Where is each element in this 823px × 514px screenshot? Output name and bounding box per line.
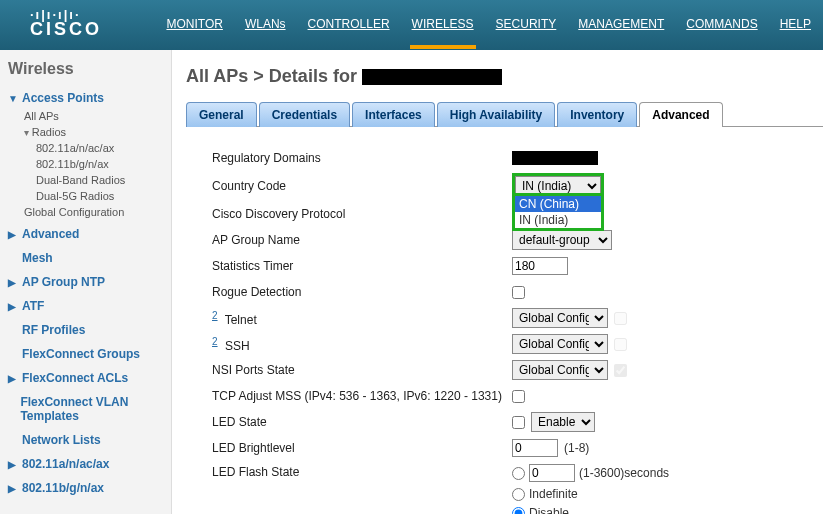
country-code-dropdown: CN (China) IN (India) <box>512 193 604 231</box>
sidebar-radio-dualband[interactable]: Dual-Band Radios <box>36 172 163 188</box>
sidebar-flexconnect-groups[interactable]: FlexConnect Groups <box>8 344 163 364</box>
caret-right-icon <box>8 277 18 288</box>
label-led-brightlevel: LED Brightlevel <box>212 441 512 455</box>
sidebar-title: Wireless <box>8 60 163 78</box>
sidebar-network-lists[interactable]: Network Lists <box>8 430 163 450</box>
label-stats-timer: Statistics Timer <box>212 259 512 273</box>
led-flash-disable-radio[interactable] <box>512 507 525 515</box>
caret-right-icon <box>8 483 18 494</box>
tab-bar: General Credentials Interfaces High Avai… <box>186 101 823 127</box>
sidebar: Wireless Access Points All APs Radios 80… <box>0 50 172 514</box>
led-flash-indefinite-radio[interactable] <box>512 488 525 501</box>
caret-right-icon <box>8 301 18 312</box>
country-option-in[interactable]: IN (India) <box>515 212 601 228</box>
label-ap-group: AP Group Name <box>212 233 512 247</box>
led-flash-indefinite-label: Indefinite <box>529 487 578 501</box>
nav-wlans[interactable]: WLANs <box>245 17 286 33</box>
led-bright-input[interactable] <box>512 439 558 457</box>
cisco-logo: ·ı|ı·ı|ı· CISCO <box>30 11 102 40</box>
sidebar-rf-profiles[interactable]: RF Profiles <box>8 320 163 340</box>
ssh-checkbox <box>614 338 627 351</box>
label-cdp: Cisco Discovery Protocol <box>212 207 512 221</box>
tab-credentials[interactable]: Credentials <box>259 102 350 127</box>
sidebar-radios[interactable]: Radios <box>24 124 163 140</box>
top-bar: ·ı|ı·ı|ı· CISCO MONITOR WLANs CONTROLLER… <box>0 0 823 50</box>
caret-down-icon <box>8 93 18 104</box>
led-flash-seconds-hint: (1-3600)seconds <box>579 466 669 480</box>
led-bright-hint: (1-8) <box>564 441 589 455</box>
ap-group-select[interactable]: default-group <box>512 230 612 250</box>
sidebar-ap-group-ntp[interactable]: AP Group NTP <box>8 272 163 292</box>
led-flash-seconds-radio[interactable] <box>512 467 525 480</box>
label-ssh: 2 SSH <box>212 336 512 353</box>
sidebar-flexconnect-vlan[interactable]: FlexConnect VLAN Templates <box>8 392 163 426</box>
tab-general[interactable]: General <box>186 102 257 127</box>
logo-text: CISCO <box>30 19 102 40</box>
led-state-select[interactable]: Enable <box>531 412 595 432</box>
stats-timer-input[interactable] <box>512 257 568 275</box>
redacted-regulatory-domain <box>512 151 598 165</box>
nav-monitor[interactable]: MONITOR <box>166 17 222 33</box>
nav-security[interactable]: SECURITY <box>496 17 557 33</box>
sidebar-radio-dual5g[interactable]: Dual-5G Radios <box>36 188 163 204</box>
label-nsi-ports: NSI Ports State <box>212 363 512 377</box>
redacted-ap-name <box>362 69 502 85</box>
country-option-cn[interactable]: CN (China) <box>515 196 601 212</box>
label-led-state: LED State <box>212 415 512 429</box>
nsi-checkbox <box>614 364 627 377</box>
led-state-checkbox[interactable] <box>512 416 525 429</box>
sidebar-80211a[interactable]: 802.11a/n/ac/ax <box>8 454 163 474</box>
sidebar-radio-80211b[interactable]: 802.11b/g/n/ax <box>36 156 163 172</box>
advanced-form: Regulatory Domains Country Code IN (Indi… <box>182 127 823 514</box>
tab-high-availability[interactable]: High Availability <box>437 102 555 127</box>
caret-right-icon <box>8 459 18 470</box>
tcp-mss-checkbox[interactable] <box>512 390 525 403</box>
caret-right-icon <box>8 229 18 240</box>
nav-wireless[interactable]: WIRELESS <box>412 17 474 33</box>
main-panel: All APs > Details for General Credential… <box>172 50 823 514</box>
ssh-select[interactable]: Global Config <box>512 334 608 354</box>
telnet-select[interactable]: Global Config <box>512 308 608 328</box>
caret-right-icon <box>8 373 18 384</box>
label-telnet: 2 Telnet <box>212 310 512 327</box>
nav-commands[interactable]: COMMANDS <box>686 17 757 33</box>
logo-bars-icon: ·ı|ı·ı|ı· <box>30 11 81 19</box>
label-regulatory-domains: Regulatory Domains <box>212 151 512 165</box>
footnote-2-link[interactable]: 2 <box>212 336 218 347</box>
tab-interfaces[interactable]: Interfaces <box>352 102 435 127</box>
tab-advanced[interactable]: Advanced <box>639 102 722 127</box>
label-country-code: Country Code <box>212 179 512 193</box>
nav-help[interactable]: HELP <box>780 17 811 33</box>
sidebar-global-config[interactable]: Global Configuration <box>24 204 163 220</box>
nsi-ports-select[interactable]: Global Config <box>512 360 608 380</box>
sidebar-access-points[interactable]: Access Points <box>8 88 163 108</box>
label-tcp-mss: TCP Adjust MSS (IPv4: 536 - 1363, IPv6: … <box>212 389 512 403</box>
sidebar-flexconnect-acls[interactable]: FlexConnect ACLs <box>8 368 163 388</box>
top-nav: MONITOR WLANs CONTROLLER WIRELESS SECURI… <box>166 17 811 33</box>
nav-controller[interactable]: CONTROLLER <box>308 17 390 33</box>
label-rogue-detection: Rogue Detection <box>212 285 512 299</box>
rogue-detection-checkbox[interactable] <box>512 286 525 299</box>
sidebar-80211b[interactable]: 802.11b/g/n/ax <box>8 478 163 498</box>
tab-inventory[interactable]: Inventory <box>557 102 637 127</box>
label-led-flash: LED Flash State <box>212 463 512 479</box>
sidebar-atf[interactable]: ATF <box>8 296 163 316</box>
sidebar-all-aps[interactable]: All APs <box>24 108 163 124</box>
led-flash-seconds-input[interactable] <box>529 464 575 482</box>
telnet-checkbox <box>614 312 627 325</box>
sidebar-advanced[interactable]: Advanced <box>8 224 163 244</box>
nav-management[interactable]: MANAGEMENT <box>578 17 664 33</box>
sidebar-radio-80211a[interactable]: 802.11a/n/ac/ax <box>36 140 163 156</box>
sidebar-mesh[interactable]: Mesh <box>8 248 163 268</box>
page-title: All APs > Details for <box>186 66 823 87</box>
led-flash-disable-label: Disable <box>529 506 569 514</box>
footnote-2-link[interactable]: 2 <box>212 310 218 321</box>
